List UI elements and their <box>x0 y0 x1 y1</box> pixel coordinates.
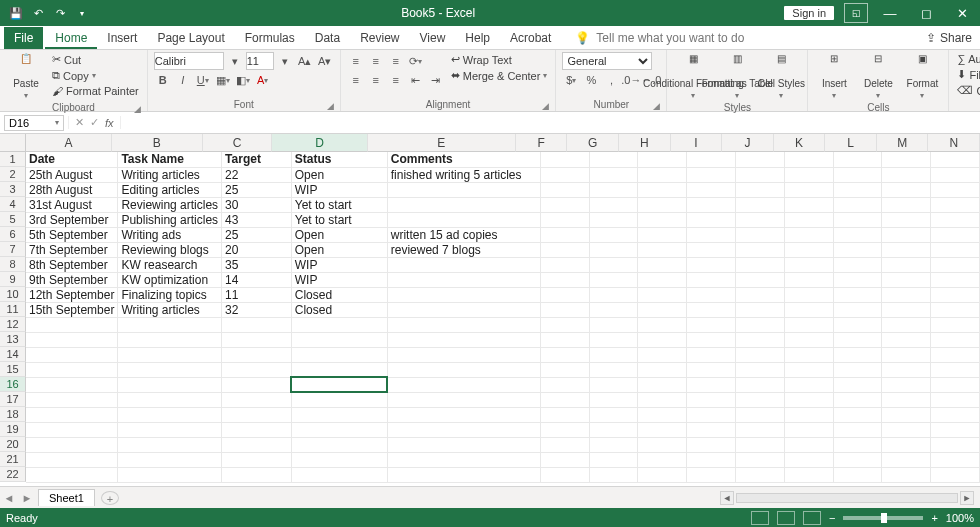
cell-A10[interactable]: 12th September <box>26 287 118 302</box>
cell-L11[interactable] <box>833 302 882 317</box>
cell-B5[interactable]: Publishing articles <box>118 212 222 227</box>
cell-L9[interactable] <box>833 272 882 287</box>
row-header-5[interactable]: 5 <box>0 212 26 227</box>
cell-A19[interactable] <box>26 422 118 437</box>
cell-M3[interactable] <box>882 182 931 197</box>
cell-F12[interactable] <box>540 317 589 332</box>
cell-L10[interactable] <box>833 287 882 302</box>
accounting-format-icon[interactable]: $ <box>562 71 580 89</box>
align-top-icon[interactable]: ≡ <box>347 52 365 70</box>
cell-M20[interactable] <box>882 437 931 452</box>
cell-G19[interactable] <box>589 422 638 437</box>
cell-C18[interactable] <box>222 407 292 422</box>
cell-N15[interactable] <box>931 362 980 377</box>
row-header-21[interactable]: 21 <box>0 452 26 467</box>
cell-I11[interactable] <box>687 302 736 317</box>
cell-styles-button[interactable]: ▤Cell Styles <box>761 52 801 102</box>
cell-N3[interactable] <box>931 182 980 197</box>
cell-E13[interactable] <box>387 332 540 347</box>
column-header-K[interactable]: K <box>774 134 826 152</box>
cell-L1[interactable] <box>833 152 882 167</box>
row-header-22[interactable]: 22 <box>0 467 26 482</box>
format-painter-button[interactable]: 🖌Format Painter <box>50 84 141 98</box>
cell-F8[interactable] <box>540 257 589 272</box>
border-button[interactable]: ▦ <box>214 71 232 89</box>
cell-I7[interactable] <box>687 242 736 257</box>
cell-A18[interactable] <box>26 407 118 422</box>
cell-L22[interactable] <box>833 467 882 482</box>
column-header-J[interactable]: J <box>722 134 774 152</box>
cell-A15[interactable] <box>26 362 118 377</box>
cell-A20[interactable] <box>26 437 118 452</box>
tab-insert[interactable]: Insert <box>97 27 147 49</box>
cell-G11[interactable] <box>589 302 638 317</box>
cell-L8[interactable] <box>833 257 882 272</box>
align-center-icon[interactable]: ≡ <box>367 71 385 89</box>
fill-button[interactable]: ⬇Fill <box>955 67 980 82</box>
format-cells-button[interactable]: ▣Format <box>902 52 942 102</box>
sheet-nav-next-icon[interactable]: ► <box>18 492 36 504</box>
cell-H16[interactable] <box>638 377 687 392</box>
cell-D9[interactable]: WIP <box>291 272 387 287</box>
cell-D21[interactable] <box>291 452 387 467</box>
cell-L19[interactable] <box>833 422 882 437</box>
cell-A3[interactable]: 28th August <box>26 182 118 197</box>
cell-G8[interactable] <box>589 257 638 272</box>
cell-M10[interactable] <box>882 287 931 302</box>
cell-C16[interactable] <box>222 377 292 392</box>
cell-M16[interactable] <box>882 377 931 392</box>
cell-E18[interactable] <box>387 407 540 422</box>
cell-K9[interactable] <box>784 272 833 287</box>
cell-K12[interactable] <box>784 317 833 332</box>
tab-review[interactable]: Review <box>350 27 409 49</box>
page-layout-view-icon[interactable] <box>777 511 795 525</box>
cell-A2[interactable]: 25th August <box>26 167 118 182</box>
cell-I20[interactable] <box>687 437 736 452</box>
row-header-4[interactable]: 4 <box>0 197 26 212</box>
cell-C15[interactable] <box>222 362 292 377</box>
conditional-formatting-button[interactable]: ▦Conditional Formatting <box>673 52 713 102</box>
cell-D16[interactable] <box>291 377 387 392</box>
cell-J3[interactable] <box>735 182 784 197</box>
cell-E20[interactable] <box>387 437 540 452</box>
italic-button[interactable]: I <box>174 71 192 89</box>
cell-F14[interactable] <box>540 347 589 362</box>
cell-B19[interactable] <box>118 422 222 437</box>
cell-H1[interactable] <box>638 152 687 167</box>
cell-E21[interactable] <box>387 452 540 467</box>
paste-button[interactable]: 📋 Paste <box>6 52 46 102</box>
column-header-N[interactable]: N <box>928 134 980 152</box>
tab-formulas[interactable]: Formulas <box>235 27 305 49</box>
cell-N20[interactable] <box>931 437 980 452</box>
cell-K13[interactable] <box>784 332 833 347</box>
cell-A17[interactable] <box>26 392 118 407</box>
cell-G10[interactable] <box>589 287 638 302</box>
cell-K8[interactable] <box>784 257 833 272</box>
cell-C17[interactable] <box>222 392 292 407</box>
tab-page-layout[interactable]: Page Layout <box>147 27 234 49</box>
clear-button[interactable]: ⌫Clear <box>955 83 980 98</box>
cell-I5[interactable] <box>687 212 736 227</box>
cell-C4[interactable]: 30 <box>222 197 292 212</box>
cell-J22[interactable] <box>735 467 784 482</box>
cell-N6[interactable] <box>931 227 980 242</box>
column-header-H[interactable]: H <box>619 134 671 152</box>
cell-D7[interactable]: Open <box>291 242 387 257</box>
cell-D19[interactable] <box>291 422 387 437</box>
column-header-D[interactable]: D <box>272 134 367 152</box>
cell-I9[interactable] <box>687 272 736 287</box>
cell-H7[interactable] <box>638 242 687 257</box>
cell-I6[interactable] <box>687 227 736 242</box>
cell-I19[interactable] <box>687 422 736 437</box>
cell-E4[interactable] <box>387 197 540 212</box>
cell-C20[interactable] <box>222 437 292 452</box>
cell-E22[interactable] <box>387 467 540 482</box>
cell-H21[interactable] <box>638 452 687 467</box>
row-header-20[interactable]: 20 <box>0 437 26 452</box>
cell-A16[interactable] <box>26 377 118 392</box>
cell-H17[interactable] <box>638 392 687 407</box>
row-header-3[interactable]: 3 <box>0 182 26 197</box>
zoom-in-icon[interactable]: + <box>931 512 937 524</box>
font-launcher-icon[interactable]: ◢ <box>327 101 334 111</box>
cell-G5[interactable] <box>589 212 638 227</box>
